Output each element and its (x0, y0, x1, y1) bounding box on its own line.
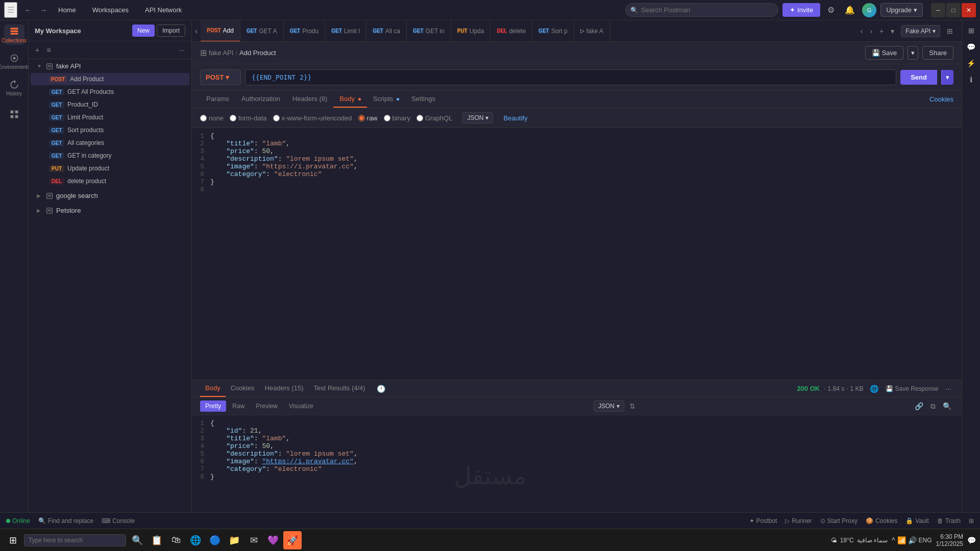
status-online[interactable]: Online (6, 517, 30, 524)
maximize-button[interactable]: □ (946, 3, 961, 17)
taskbar-app-widgets[interactable]: 📋 (148, 531, 166, 549)
req-tab-body[interactable]: Body (333, 91, 366, 108)
right-icon-1[interactable]: ⊞ (965, 24, 977, 37)
more-button[interactable]: ··· (943, 384, 953, 394)
layout-button[interactable]: ⊞ (969, 517, 974, 524)
fake-api-selector[interactable]: Fake API ▾ (901, 25, 940, 37)
import-button[interactable]: Import (157, 24, 185, 37)
tab-delete[interactable]: DEL delete (491, 20, 532, 42)
runner-button[interactable]: ▷ Runner (785, 517, 812, 524)
trash-button[interactable]: 🗑 Trash (937, 517, 961, 524)
taskbar-app-search[interactable]: 🔍 (128, 531, 146, 549)
fmt-tab-raw[interactable]: Raw (227, 400, 250, 412)
fmt-tab-pretty[interactable]: Pretty (200, 400, 226, 412)
collection-fake-api[interactable]: ▼ fake API (31, 60, 189, 72)
settings-button[interactable]: ⚙ (824, 3, 838, 17)
sidebar-item-collections[interactable]: Collections (4, 24, 24, 45)
chevron-icon[interactable]: ^ (892, 536, 895, 544)
cookies-button[interactable]: 🍪 Cookies (866, 517, 897, 524)
fmt-tab-visualize[interactable]: Visualize (284, 400, 318, 412)
send-dropdown-button[interactable]: ▾ (941, 70, 953, 85)
right-icon-4[interactable]: ℹ (967, 73, 975, 86)
invite-button[interactable]: ✦ Invite (782, 3, 820, 17)
windows-start-button[interactable]: ⊞ (4, 533, 22, 548)
method-select[interactable]: POST ▾ (200, 69, 241, 85)
tab-get-a[interactable]: GET GET A (240, 20, 284, 42)
sidebar-item-history[interactable]: History (4, 78, 24, 98)
collection-petstore[interactable]: ▶ Petstore (31, 204, 189, 217)
save-dropdown-button[interactable]: ▾ (908, 46, 918, 60)
resp-tab-test-results[interactable]: Test Results (4/4) (308, 380, 370, 397)
new-button[interactable]: New (132, 24, 155, 37)
tab-next-arrow[interactable]: › (867, 26, 875, 37)
save-button[interactable]: 💾 Save (865, 46, 904, 60)
tab-add-product[interactable]: POST Add (201, 20, 240, 42)
add-collection-button[interactable]: + (33, 44, 42, 56)
resp-tab-headers[interactable]: Headers (15) (260, 380, 309, 397)
req-tab-headers[interactable]: Headers (8) (286, 91, 334, 108)
notification-icon[interactable]: 💬 (967, 536, 976, 544)
search-input[interactable] (625, 3, 778, 17)
sidebar-right-button[interactable]: ⊞ (944, 26, 955, 37)
send-button[interactable]: Send (900, 70, 937, 85)
forward-button[interactable]: → (37, 5, 50, 15)
tab-prev-arrow[interactable]: ‹ (858, 26, 866, 37)
taskbar-app-edge[interactable]: 🔵 (206, 531, 224, 549)
cookies-link[interactable]: Cookies (929, 95, 953, 103)
right-icon-2[interactable]: 💬 (964, 41, 978, 53)
close-button[interactable]: ✕ (962, 3, 976, 17)
tree-item-update[interactable]: PUT Update product (31, 162, 189, 174)
tab-fake-a[interactable]: ▷ fake A (574, 20, 610, 42)
tab-prev-button[interactable]: ‹ (192, 20, 201, 42)
tree-item-get-all[interactable]: GET GET All Products (31, 86, 189, 98)
tree-item-add-product[interactable]: POST Add Product (31, 73, 189, 85)
api-network-nav[interactable]: API Network (141, 4, 186, 16)
tree-item-get-category[interactable]: GET GET in category (31, 149, 189, 162)
tab-menu-button[interactable]: ▾ (888, 26, 897, 37)
collection-google-search[interactable]: ▶ google search (31, 189, 189, 202)
radio-urlencoded[interactable]: x-www-form-urlencoded (273, 114, 352, 122)
resp-tab-cookies[interactable]: Cookies (226, 380, 260, 397)
network-icon[interactable]: 📶 (897, 536, 906, 544)
console-item[interactable]: ⌨ Console (102, 517, 135, 524)
taskbar-app-postman[interactable]: 🚀 (283, 531, 302, 549)
tab-update[interactable]: PUT Upda (451, 20, 491, 42)
find-replace[interactable]: 🔍 Find and replace (38, 517, 93, 524)
tree-item-limit[interactable]: GET Limit Product (31, 111, 189, 123)
start-proxy-button[interactable]: ⊙ Start Proxy (820, 517, 857, 524)
workspaces-nav[interactable]: Workspaces (88, 4, 133, 16)
fmt-tab-preview[interactable]: Preview (251, 400, 283, 412)
sidebar-item-apps[interactable] (4, 104, 24, 124)
home-nav[interactable]: Home (54, 4, 80, 16)
tab-allca[interactable]: GET All ca (366, 20, 407, 42)
json-selector[interactable]: JSON ▾ (462, 112, 493, 123)
taskbar-search[interactable] (24, 534, 126, 546)
tree-item-categories[interactable]: GET All categories (31, 137, 189, 149)
radio-none[interactable]: none (200, 114, 224, 122)
tree-item-sort[interactable]: GET Sort products (31, 124, 189, 136)
filter-icon-button[interactable]: ⇅ (627, 401, 638, 411)
beautify-link[interactable]: Beautify (503, 114, 527, 122)
req-tab-settings[interactable]: Settings (405, 91, 442, 108)
taskbar-app-files[interactable]: 📁 (225, 531, 243, 549)
tree-item-delete[interactable]: DEL delete product (31, 175, 189, 187)
save-response-button[interactable]: 💾 Save Response (884, 384, 941, 394)
taskbar-app-chrome[interactable]: 🌐 (186, 531, 205, 549)
filter-button[interactable]: ≡ (44, 44, 53, 56)
history-button[interactable]: 🕐 (375, 384, 387, 394)
url-input[interactable] (245, 69, 896, 85)
sidebar-item-environments[interactable]: Environments (4, 51, 24, 71)
req-tab-params[interactable]: Params (200, 91, 235, 108)
sound-icon[interactable]: 🔊 (908, 536, 917, 544)
upgrade-button[interactable]: Upgrade ▾ (880, 3, 923, 17)
radio-raw[interactable]: raw (358, 114, 378, 122)
breadcrumb-collection[interactable]: fake API (209, 49, 233, 57)
postbot-button[interactable]: ✦ Postbot (749, 517, 777, 524)
search-response-button[interactable]: 🔍 (941, 401, 953, 412)
hamburger-button[interactable]: ☰ (4, 2, 17, 18)
avatar[interactable]: G (862, 3, 876, 17)
taskbar-app-store[interactable]: 🛍 (167, 531, 185, 549)
back-button[interactable]: ← (21, 5, 35, 15)
tab-sort[interactable]: GET Sort p (532, 20, 574, 42)
more-options-button[interactable]: ··· (176, 44, 187, 56)
